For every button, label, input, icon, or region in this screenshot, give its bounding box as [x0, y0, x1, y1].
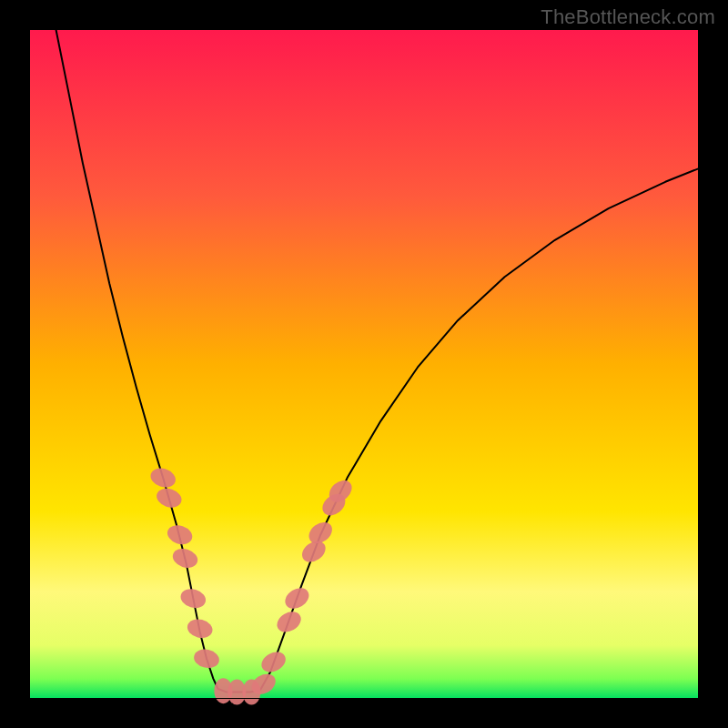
watermark-text: TheBottleneck.com [541, 5, 715, 29]
chart-container: TheBottleneck.com [0, 0, 728, 728]
chart-svg [0, 0, 728, 728]
